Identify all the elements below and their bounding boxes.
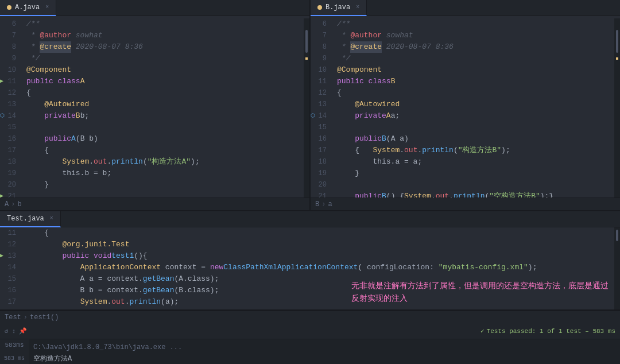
left-code-area: 6 7 8 9 10 11 ▶ 12 13 14 ⬡ 15	[0, 16, 309, 198]
bln-17: 17	[0, 296, 20, 308]
toolbar-icon-pin[interactable]: 📌	[19, 327, 27, 335]
ln-11: 11 ▶	[0, 76, 20, 87]
code-line-9: */	[26, 53, 304, 64]
right-code-content[interactable]: /** * @author sowhat * @create 2020-08-0…	[335, 18, 614, 198]
tab-test-java[interactable]: Test.java ×	[0, 211, 61, 227]
run-pane-sidebar: 583ms 583 ms	[0, 339, 29, 364]
ln-21: 21 ▶	[0, 191, 20, 198]
code-line-18: System.out.println("构造方法A");	[26, 156, 304, 168]
right-line-numbers: 6 7 8 9 10 11 12 13 14 ⬡ 15 16 17 18	[311, 18, 335, 198]
b-code-14: ApplicationContext context = new ClassPa…	[26, 262, 614, 273]
r-code-6: /**	[337, 18, 614, 30]
breadcrumb-rb: B	[315, 200, 319, 208]
rln-11: 11	[311, 76, 330, 87]
rln-7: 7	[311, 30, 330, 41]
run-gutter-icon2[interactable]: ▶	[0, 191, 3, 198]
rln-15: 15	[311, 122, 330, 133]
rln-17: 17	[311, 145, 330, 156]
breadcrumb-a: A	[5, 200, 9, 208]
r-code-9: */	[337, 53, 614, 64]
bln-18: 18	[0, 308, 20, 311]
code-line-7: * @author sowhat	[26, 30, 304, 41]
bln-13: 13 ▶	[0, 250, 20, 262]
rln-10: 10	[311, 64, 330, 76]
left-tab-bar: A.java ×	[0, 0, 309, 16]
bln-14: 14	[0, 262, 20, 273]
rln-13: 13	[311, 99, 330, 110]
toolbar-icon-rerun[interactable]: ↺	[5, 327, 9, 335]
rln-20: 20	[311, 179, 330, 191]
code-line-10: @Component	[26, 64, 304, 76]
bottom-tab-bar: Test.java ×	[0, 211, 620, 227]
code-line-6: /**	[26, 18, 304, 30]
bottom-code-content[interactable]: { @org.junit.Test public void test1(){ A…	[24, 227, 614, 309]
ln-18: 18	[0, 156, 20, 168]
tab-b-java[interactable]: B.java ×	[311, 0, 367, 16]
tab-close-b[interactable]: ×	[356, 4, 359, 10]
bottom-line-numbers: 11 12 13 ▶ 14 15 16 17 18	[0, 227, 24, 309]
r-code-7: * @author sowhat	[337, 30, 614, 41]
tab-close-test[interactable]: ×	[50, 215, 53, 222]
right-scrollbar[interactable]	[614, 18, 620, 198]
code-line-17: {	[26, 145, 304, 156]
breadcrumb-ra: a	[328, 200, 332, 208]
tab-label-b: B.java	[326, 3, 350, 11]
rln-21: 21	[311, 191, 330, 198]
ln-15: 15	[0, 122, 20, 133]
rln-8: 8	[311, 41, 330, 53]
rln-6: 6	[311, 18, 330, 30]
run-gutter-bottom[interactable]: ▶	[0, 250, 3, 262]
bottom-scrollbar[interactable]	[614, 227, 620, 309]
rln-14: 14 ⬡	[311, 110, 330, 122]
tab-label-a: A.java	[15, 3, 40, 11]
b-code-16: B b = context.getBean(B.class);	[26, 285, 614, 296]
ln-16: 16	[0, 133, 20, 145]
timing-label2: 583 ms	[4, 355, 25, 362]
r-code-12: {	[337, 87, 614, 99]
debug-gutter-icon-r[interactable]: ⬡	[311, 110, 315, 122]
tab-label-test: Test.java	[7, 215, 44, 223]
output-line-1: 空构造方法A	[33, 353, 615, 364]
b-code-18: System.out.println(b);	[26, 308, 614, 309]
r-code-16: public B(A a)	[337, 133, 614, 145]
r-code-14: private A a;	[337, 110, 614, 122]
bln-12: 12	[0, 239, 20, 250]
ln-12: 12	[0, 87, 20, 99]
scroll-thumb-bottom	[616, 230, 618, 241]
scroll-thumb-left	[305, 30, 308, 53]
run-gutter-icon[interactable]: ▶	[0, 76, 3, 87]
code-line-19: this.b = b;	[26, 168, 304, 179]
ln-20: 20	[0, 179, 20, 191]
left-code-content[interactable]: /** * @author sowhat * @create 2020-08-0…	[24, 18, 304, 198]
rln-12: 12	[311, 87, 330, 99]
ln-19: 19	[0, 168, 20, 179]
r-code-11: public class B	[337, 76, 614, 87]
run-pane-toolbar: ↺ ↕ 📌 ✓ Tests passed: 1 of 1 test – 583 …	[0, 323, 620, 339]
rln-9: 9	[311, 53, 330, 64]
r-code-8: * @create 2020-08-07 8:36	[337, 41, 614, 53]
bln-16: 16	[0, 285, 20, 296]
code-line-16: public A(B b)	[26, 133, 304, 145]
scroll-marker-left	[305, 57, 308, 60]
tab-close-a[interactable]: ×	[45, 4, 49, 10]
r-code-17: { System.out.println("构造方法B");	[337, 145, 614, 156]
ln-10: 10	[0, 64, 20, 76]
left-line-numbers: 6 7 8 9 10 11 ▶ 12 13 14 ⬡ 15	[0, 18, 24, 198]
ln-8: 8	[0, 41, 20, 53]
tab-a-java[interactable]: A.java ×	[0, 0, 56, 16]
rln-18: 18	[311, 156, 330, 168]
ln-6: 6	[0, 18, 20, 30]
b-code-13: public void test1(){	[26, 250, 614, 262]
output-body: 583ms 583 ms C:\Java\jdk1.8.0_73\bin\jav…	[0, 339, 620, 364]
r-code-15	[337, 122, 614, 133]
left-scrollbar[interactable]	[304, 18, 309, 198]
left-breadcrumb: A › b	[0, 198, 309, 210]
r-code-19: }	[337, 168, 614, 179]
r-code-20	[337, 179, 614, 191]
code-line-21	[26, 191, 304, 198]
ln-14: 14 ⬡	[0, 110, 20, 122]
toolbar-icon-expand[interactable]: ↕	[12, 328, 16, 335]
r-code-13: @Autowired	[337, 99, 614, 110]
b-code-12: @org.junit.Test	[26, 239, 614, 250]
debug-gutter-icon[interactable]: ⬡	[0, 110, 5, 122]
